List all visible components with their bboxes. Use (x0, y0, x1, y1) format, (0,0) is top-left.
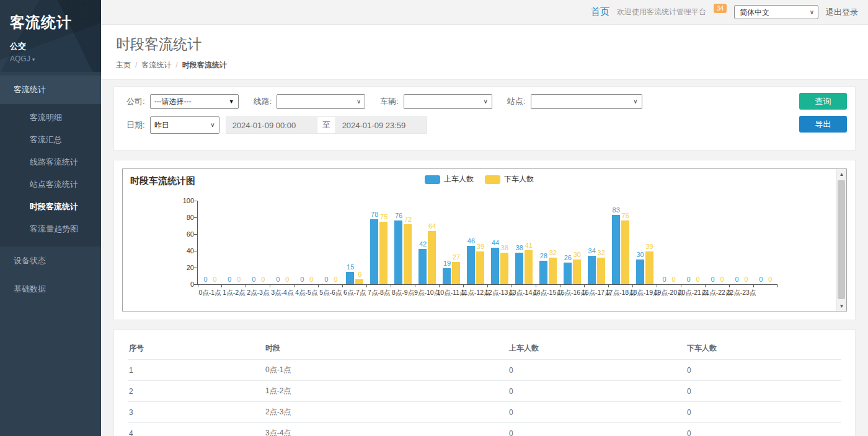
bar[interactable]: 0 (259, 201, 267, 284)
breadcrumb-item-0[interactable]: 主页 (116, 61, 131, 69)
bar[interactable]: 44 (491, 201, 499, 284)
bar-rect (525, 250, 533, 284)
date-label: 日期: (126, 120, 145, 131)
bar[interactable]: 39 (476, 201, 484, 284)
bar[interactable]: 0 (717, 201, 725, 284)
line-select[interactable] (277, 94, 365, 109)
sidebar-subitem-5[interactable]: 客流量趋势图 (0, 218, 101, 240)
bar[interactable]: 0 (331, 201, 339, 284)
sidebar-item-device-status[interactable]: 设备状态 (0, 246, 101, 275)
bar-group-19: 00 (657, 201, 681, 284)
bar[interactable]: 0 (670, 201, 678, 284)
scroll-up-icon[interactable]: ▲ (836, 169, 847, 179)
bar[interactable]: 26 (564, 201, 572, 284)
table-cell: 0 (508, 423, 686, 436)
export-button[interactable]: 导出 (799, 116, 847, 133)
x-axis-label-4: 4点-5点 (294, 289, 319, 297)
bar-value-label: 39 (640, 243, 659, 250)
date-to-input[interactable] (335, 116, 427, 134)
sidebar-item-base-data[interactable]: 基础数据 (0, 275, 101, 303)
y-tick (194, 217, 197, 218)
x-axis-label-7: 7点-8点 (367, 289, 391, 297)
bar[interactable]: 0 (322, 201, 330, 284)
bar[interactable]: 19 (443, 201, 451, 284)
bar[interactable]: 38 (500, 201, 508, 284)
bar[interactable]: 0 (273, 201, 281, 284)
bar[interactable]: 34 (588, 201, 596, 284)
scrollbar-thumb[interactable] (838, 180, 845, 299)
bar[interactable]: 0 (307, 201, 315, 284)
bar[interactable]: 6 (355, 201, 363, 284)
bar[interactable]: 0 (249, 201, 257, 284)
bar[interactable]: 0 (298, 201, 306, 284)
breadcrumb-item-1[interactable]: 客流统计 (141, 61, 171, 69)
sidebar-subitem-2[interactable]: 线路客流统计 (0, 151, 101, 173)
sidebar-subitem-1[interactable]: 客流汇总 (0, 129, 101, 151)
x-axis-label-16: 16点-17点 (584, 289, 608, 297)
bar[interactable]: 75 (379, 201, 388, 284)
legend-item-1[interactable]: 下车人数 (485, 174, 534, 185)
bar-chart: 0204060801000000000000001567875767242641… (198, 201, 777, 284)
sidebar-subitem-4[interactable]: 时段客流统计 (0, 196, 101, 218)
bar[interactable]: 64 (428, 201, 436, 284)
bar-group-6: 156 (343, 201, 367, 284)
x-axis-label-11: 11点-12点 (463, 289, 487, 297)
bar[interactable]: 76 (621, 201, 629, 284)
x-axis-label-2: 2点-3点 (246, 289, 270, 297)
bar-rect (597, 258, 605, 284)
x-tick (560, 285, 560, 287)
user-dropdown[interactable]: AQGJ▾ (10, 54, 91, 63)
bar[interactable]: 0 (234, 201, 242, 284)
home-link[interactable]: 首页 (591, 6, 609, 18)
station-select[interactable] (531, 94, 642, 109)
scroll-down-icon[interactable]: ▼ (836, 301, 847, 311)
x-axis-label-6: 6点-7点 (343, 289, 367, 297)
bar[interactable]: 32 (549, 201, 557, 284)
bar[interactable]: 0 (708, 201, 716, 284)
x-tick (487, 285, 488, 287)
chart-scrollbar[interactable]: ▲ ▼ (836, 169, 846, 311)
bar[interactable]: 32 (597, 201, 605, 284)
bar[interactable]: 0 (766, 201, 774, 284)
y-tick-label: 80 (169, 214, 194, 221)
sidebar-item-passenger-stats[interactable]: 客流统计 (0, 76, 101, 104)
x-tick (221, 285, 222, 287)
date-field: 日期: 昨日 ∨ 至 (126, 116, 427, 134)
sidebar-subitem-3[interactable]: 站点客流统计 (0, 173, 101, 196)
date-from-input[interactable] (226, 116, 317, 134)
bar[interactable]: 0 (742, 201, 750, 284)
bar[interactable]: 0 (732, 201, 740, 284)
bar[interactable]: 0 (283, 201, 291, 284)
table-cell: 0点-1点 (264, 360, 508, 381)
bar[interactable]: 42 (418, 201, 427, 284)
bar[interactable]: 27 (452, 201, 460, 284)
bar[interactable]: 76 (394, 201, 402, 284)
bar-rect (404, 224, 412, 284)
language-select[interactable]: 简体中文 (734, 5, 818, 19)
bar[interactable]: 0 (684, 201, 693, 284)
notification-badge[interactable]: 34 (714, 4, 727, 13)
vehicle-select[interactable] (404, 94, 492, 109)
station-field: 站点: ∨ (507, 94, 642, 109)
table-cell: 0 (508, 360, 686, 381)
bar[interactable]: 28 (539, 201, 547, 284)
company-select[interactable]: ---请选择--- (150, 94, 239, 109)
bar[interactable]: 72 (404, 201, 412, 284)
table-cell: 3 (128, 402, 264, 423)
logout-link[interactable]: 退出登录 (826, 7, 858, 18)
bar[interactable]: 30 (573, 201, 581, 284)
sidebar-subitem-0[interactable]: 客流明细 (0, 107, 101, 129)
bar[interactable]: 0 (694, 201, 702, 284)
legend-item-0[interactable]: 上车人数 (425, 174, 474, 185)
bar[interactable]: 0 (201, 201, 209, 284)
bar[interactable]: 0 (756, 201, 764, 284)
chart-legend: 上车人数下车人数 (123, 174, 836, 185)
query-button[interactable]: 查询 (799, 93, 847, 110)
date-preset-select[interactable]: 昨日 (150, 116, 219, 134)
bar[interactable]: 41 (525, 201, 533, 284)
bar[interactable]: 0 (210, 201, 218, 284)
topbar: 首页 欢迎使用客流统计管理平台 34 简体中文 ∨ 退出登录 (101, 0, 868, 25)
bar[interactable]: 0 (660, 201, 668, 284)
bar[interactable]: 39 (645, 201, 653, 284)
bar[interactable]: 0 (225, 201, 233, 284)
